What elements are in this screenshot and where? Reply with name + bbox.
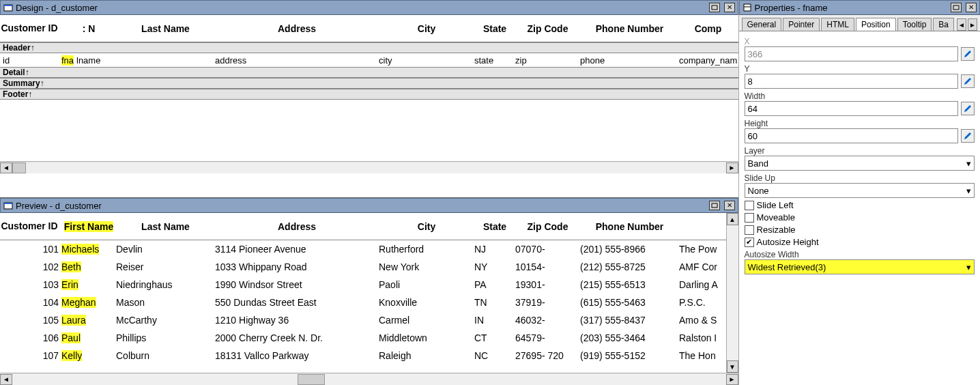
col-company: Comp bbox=[679, 23, 737, 34]
pcol-state: State bbox=[474, 221, 515, 232]
preview-title: Preview - d_customer bbox=[16, 201, 102, 211]
design-hscrollbar[interactable]: ◄ ► bbox=[0, 161, 738, 173]
checkbox-slide-left[interactable]: Slide Left bbox=[745, 200, 975, 210]
design-fields-row[interactable]: id fna lname address city state zip phon… bbox=[0, 53, 738, 67]
pcol-last-name: Last Name bbox=[116, 221, 215, 232]
col-phone: Phone Number bbox=[580, 23, 679, 34]
col-last-name: Last Name bbox=[116, 23, 215, 34]
preview-hscrollbar[interactable]: ◄ ► bbox=[0, 373, 738, 385]
tabs-scroll-left[interactable]: ◄ bbox=[957, 18, 966, 31]
preview-column-headers: Customer ID First Name Last Name Address… bbox=[0, 213, 738, 240]
design-close-button[interactable]: ✕ bbox=[724, 3, 735, 12]
tab-pointer[interactable]: Pointer bbox=[783, 18, 820, 31]
table-row[interactable]: 104MeghanMason550 Dundas Street EastKnox… bbox=[0, 294, 738, 311]
scroll-right-icon[interactable]: ► bbox=[726, 162, 738, 173]
field-company[interactable]: company_nam bbox=[679, 55, 737, 66]
tab-position[interactable]: Position bbox=[856, 18, 896, 31]
table-row[interactable]: 103ErinNiedringhaus1990 Windsor StreetPa… bbox=[0, 276, 738, 294]
chevron-down-icon: ▾ bbox=[966, 158, 971, 169]
table-row[interactable]: 102BethReiser1033 Whippany RoadNew YorkN… bbox=[0, 258, 738, 276]
checkbox-autosize-height[interactable]: ✔Autosize Height bbox=[745, 237, 975, 247]
pcol-zip: Zip Code bbox=[515, 221, 580, 232]
table-row[interactable]: 101MichaelsDevlin3114 Pioneer AvenueRuth… bbox=[0, 240, 738, 258]
tab-tooltip[interactable]: Tooltip bbox=[897, 18, 932, 31]
field-zip[interactable]: zip bbox=[515, 55, 580, 66]
label-width: Width bbox=[745, 91, 975, 101]
col-state: State bbox=[474, 23, 515, 34]
band-footer[interactable]: Footer↑ bbox=[0, 89, 738, 100]
tab-html[interactable]: HTML bbox=[821, 18, 854, 31]
col-city: City bbox=[379, 23, 474, 34]
label-layer: Layer bbox=[745, 146, 975, 156]
field-address[interactable]: address bbox=[215, 55, 379, 66]
scroll-down-icon[interactable]: ▼ bbox=[727, 360, 738, 373]
edit-y-button[interactable] bbox=[961, 74, 975, 88]
design-maximize-button[interactable] bbox=[709, 3, 720, 12]
field-lname[interactable]: lname bbox=[76, 55, 175, 66]
input-y[interactable] bbox=[745, 74, 958, 89]
svg-rect-6 bbox=[744, 4, 751, 11]
properties-body: X Y Width Height Layer Band bbox=[739, 31, 980, 277]
label-height: Height bbox=[745, 119, 975, 128]
label-x: X bbox=[745, 37, 975, 46]
svg-rect-5 bbox=[712, 203, 717, 208]
preview-maximize-button[interactable] bbox=[709, 201, 720, 210]
table-row[interactable]: 107KellyColburn18131 Vallco ParkwayRalei… bbox=[0, 347, 738, 365]
label-y: Y bbox=[745, 64, 975, 74]
input-height[interactable] bbox=[745, 128, 958, 143]
chevron-down-icon: ▾ bbox=[966, 262, 971, 272]
field-state[interactable]: state bbox=[474, 55, 515, 66]
scroll-right-icon[interactable]: ► bbox=[726, 374, 738, 385]
preview-vscrollbar[interactable]: ▲ ▼ bbox=[726, 213, 738, 373]
preview-titlebar: Preview - d_customer ✕ bbox=[0, 198, 738, 213]
label-slideup: Slide Up bbox=[745, 173, 975, 183]
pcol-address: Address bbox=[215, 221, 379, 232]
band-summary[interactable]: Summary↑ bbox=[0, 78, 738, 89]
select-layer[interactable]: Band ▾ bbox=[745, 156, 975, 171]
scroll-left-icon[interactable]: ◄ bbox=[0, 162, 12, 173]
scroll-left-icon[interactable]: ◄ bbox=[0, 374, 12, 385]
edit-width-button[interactable] bbox=[961, 102, 975, 115]
col-first-name: : N bbox=[61, 23, 116, 34]
band-header[interactable]: Header↑ bbox=[0, 42, 738, 53]
pcol-phone: Phone Number bbox=[580, 221, 679, 232]
design-canvas[interactable] bbox=[0, 100, 738, 161]
table-row[interactable]: 105LauraMcCarthy1210 Highway 36CarmelIN4… bbox=[0, 311, 738, 329]
col-address: Address bbox=[215, 23, 379, 34]
design-titlebar: Design - d_customer ✕ bbox=[0, 0, 738, 15]
properties-tabs: General Pointer HTML Position Tooltip Ba… bbox=[739, 15, 980, 31]
properties-close-button[interactable]: ✕ bbox=[966, 3, 977, 12]
col-customer-id: Customer ID bbox=[0, 23, 61, 33]
field-id[interactable]: id bbox=[0, 55, 61, 66]
table-row[interactable]: 106PaulPhillips2000 Cherry Creek N. Dr.M… bbox=[0, 329, 738, 347]
label-autosize-width: Autosize Width bbox=[745, 250, 975, 259]
tab-general[interactable]: General bbox=[742, 18, 782, 31]
input-width[interactable] bbox=[745, 101, 958, 116]
scroll-up-icon[interactable]: ▲ bbox=[727, 213, 738, 225]
svg-rect-8 bbox=[953, 5, 959, 10]
svg-rect-1 bbox=[4, 5, 12, 6]
properties-icon bbox=[743, 3, 752, 12]
checkbox-moveable[interactable]: Moveable bbox=[745, 212, 975, 223]
edit-x-button[interactable] bbox=[961, 47, 975, 61]
tabs-scroll-right[interactable]: ► bbox=[968, 18, 977, 31]
pcol-city: City bbox=[379, 221, 474, 232]
edit-height-button[interactable] bbox=[961, 129, 975, 143]
field-phone[interactable]: phone bbox=[580, 55, 679, 66]
select-autosize-width[interactable]: Widest Retrieved(3) ▾ bbox=[745, 259, 975, 274]
preview-icon bbox=[3, 201, 13, 210]
properties-titlebar: Properties - fname ✕ bbox=[739, 0, 980, 15]
design-title: Design - d_customer bbox=[16, 3, 98, 13]
properties-maximize-button[interactable] bbox=[951, 3, 962, 12]
band-detail[interactable]: Detail↑ bbox=[0, 67, 738, 78]
select-slideup[interactable]: None ▾ bbox=[745, 183, 975, 198]
checkbox-resizable[interactable]: Resizable bbox=[745, 225, 975, 235]
pcol-customer-id: Customer ID bbox=[0, 221, 61, 231]
tab-more[interactable]: Ba bbox=[933, 18, 954, 31]
chevron-down-icon: ▾ bbox=[966, 186, 971, 196]
preview-close-button[interactable]: ✕ bbox=[724, 201, 735, 210]
field-city[interactable]: city bbox=[379, 55, 474, 66]
design-icon bbox=[3, 3, 13, 12]
svg-rect-4 bbox=[4, 203, 12, 204]
input-x[interactable] bbox=[745, 46, 958, 61]
